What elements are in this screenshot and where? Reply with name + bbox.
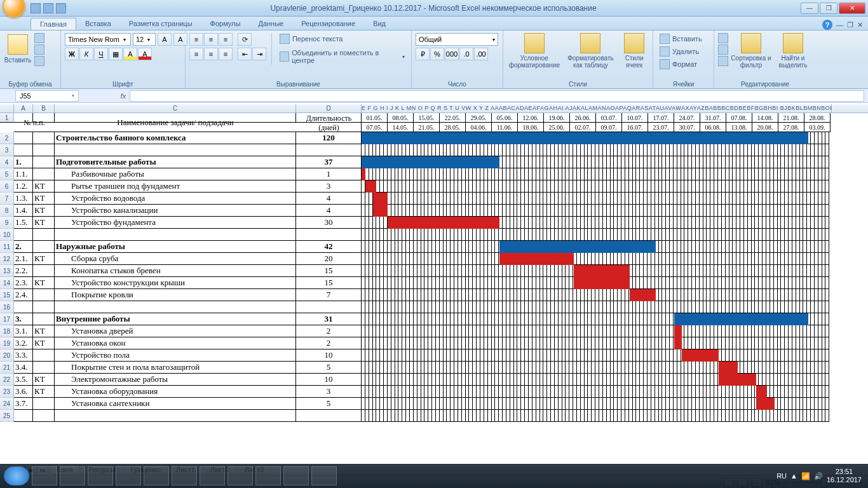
delete-cells-button[interactable]: Удалить: [657, 46, 705, 57]
taskbar-ie-icon[interactable]: [32, 466, 57, 485]
conditional-formatting-button[interactable]: Условное форматирование: [507, 33, 562, 69]
tray-volume-icon[interactable]: 🔊: [814, 472, 823, 480]
worksheet[interactable]: A B C D E F G H I J K L MN O P Q R S T U…: [0, 104, 868, 464]
cell[interactable]: Электромонтажные работы: [55, 374, 296, 386]
cell[interactable]: [33, 313, 55, 325]
grow-font-icon[interactable]: A: [158, 33, 172, 46]
cell[interactable]: КТ: [33, 277, 55, 289]
orientation-icon[interactable]: ⟳: [238, 33, 252, 46]
comma-icon[interactable]: 000: [445, 48, 459, 60]
align-left-icon[interactable]: ≡: [189, 48, 203, 60]
cell[interactable]: 2.1.: [14, 253, 33, 265]
row-header[interactable]: 19: [0, 337, 14, 349]
ribbon-restore-icon[interactable]: ❐: [847, 21, 853, 29]
cell[interactable]: 1.4.: [14, 205, 33, 217]
cell[interactable]: [33, 362, 55, 374]
taskbar-app2-icon[interactable]: [227, 466, 253, 485]
format-cells-button[interactable]: Формат: [657, 58, 705, 70]
ribbon-tab-3[interactable]: Формулы: [201, 18, 250, 30]
cell[interactable]: [33, 156, 55, 168]
cell[interactable]: Сборка сруба: [55, 253, 296, 265]
paste-button[interactable]: Вставить: [4, 33, 32, 65]
align-mid-icon[interactable]: ≡: [204, 33, 218, 46]
cell[interactable]: 120: [296, 132, 362, 144]
cell[interactable]: [33, 265, 55, 277]
taskbar-utorrent-icon[interactable]: [116, 466, 141, 485]
align-center-icon[interactable]: ≡: [204, 48, 218, 60]
taskbar-app1-icon[interactable]: [200, 466, 225, 485]
col-header-A[interactable]: A: [14, 104, 33, 112]
cell[interactable]: 7: [296, 289, 362, 301]
clear-icon[interactable]: [718, 56, 728, 66]
cell[interactable]: 2: [296, 337, 362, 349]
cell[interactable]: [33, 398, 55, 410]
cell[interactable]: Внутренние работы: [55, 313, 296, 325]
row-header[interactable]: 18: [0, 325, 14, 337]
cell[interactable]: 2.4.: [14, 289, 33, 301]
cell[interactable]: [33, 132, 55, 144]
cell[interactable]: Строительство банного комплекса: [55, 132, 296, 144]
row-header[interactable]: 14: [0, 277, 14, 289]
row-header-1[interactable]: 1: [0, 113, 14, 123]
sort-filter-button[interactable]: Сортировка и фильтр: [731, 33, 771, 69]
inc-decimal-icon[interactable]: .0: [459, 48, 473, 60]
cell[interactable]: 3.6.: [14, 386, 33, 398]
cell[interactable]: [296, 410, 362, 422]
align-bot-icon[interactable]: ≡: [219, 33, 233, 46]
cell[interactable]: 30: [296, 217, 362, 229]
cell[interactable]: 2.3.: [14, 277, 33, 289]
cell[interactable]: 3: [296, 180, 362, 193]
cell[interactable]: [14, 144, 33, 156]
cell[interactable]: Устройство конструкции крыши: [55, 277, 296, 289]
maximize-button[interactable]: ❐: [820, 3, 837, 14]
cell[interactable]: 3.1.: [14, 325, 33, 337]
cell[interactable]: Установка оборудования: [55, 386, 296, 398]
cell[interactable]: 2: [296, 325, 362, 337]
font-size-combo[interactable]: 12▾: [133, 33, 156, 46]
cell[interactable]: 3: [296, 386, 362, 398]
cell[interactable]: Рытье траншеи под фундамент: [55, 180, 296, 193]
cell[interactable]: [296, 144, 362, 156]
cell[interactable]: КТ: [33, 325, 55, 337]
row-header[interactable]: 24: [0, 398, 14, 410]
border-button[interactable]: ▦: [109, 48, 123, 60]
col-header-C[interactable]: C: [55, 104, 296, 112]
office-button[interactable]: [3, 0, 25, 18]
minimize-button[interactable]: —: [801, 3, 818, 14]
cell[interactable]: 3.2.: [14, 337, 33, 349]
insert-cells-button[interactable]: Вставить: [657, 33, 705, 44]
name-box[interactable]: J55▾: [15, 90, 79, 102]
cell[interactable]: 10: [296, 374, 362, 386]
cell[interactable]: 1.3.: [14, 193, 33, 205]
ribbon-tab-6[interactable]: Вид: [364, 18, 395, 30]
cell[interactable]: [33, 168, 55, 180]
tray-clock[interactable]: 23:51 16.12.2017: [827, 468, 862, 484]
row-header[interactable]: 17: [0, 313, 14, 325]
percent-icon[interactable]: %: [430, 48, 444, 60]
row-header[interactable]: 20: [0, 349, 14, 362]
cut-icon[interactable]: [34, 33, 44, 43]
cell[interactable]: Установка дверей: [55, 325, 296, 337]
indent-inc-icon[interactable]: ⇥: [252, 48, 266, 60]
align-top-icon[interactable]: ≡: [189, 33, 203, 46]
cell[interactable]: Устройство пола: [55, 349, 296, 362]
formula-input[interactable]: [130, 90, 864, 102]
cell[interactable]: [296, 301, 362, 313]
cell[interactable]: [55, 301, 296, 313]
cell[interactable]: [14, 410, 33, 422]
cell[interactable]: 2.2.: [14, 265, 33, 277]
cell[interactable]: 5: [296, 362, 362, 374]
taskbar-calc-icon[interactable]: [311, 466, 337, 485]
grid-body[interactable]: 2Строительство банного комплекса120341.П…: [0, 132, 868, 455]
cell[interactable]: 1.: [14, 156, 33, 168]
taskbar-explorer-icon[interactable]: [88, 466, 113, 485]
format-painter-icon[interactable]: [34, 56, 44, 66]
row-header[interactable]: 15: [0, 289, 14, 301]
taskbar-word-icon[interactable]: [172, 466, 197, 485]
row-header[interactable]: 11: [0, 241, 14, 253]
copy-icon[interactable]: [34, 44, 44, 55]
tray-flag-icon[interactable]: ▲: [790, 472, 797, 480]
ribbon-tab-1[interactable]: Вставка: [76, 18, 120, 30]
row-header[interactable]: 4: [0, 156, 14, 168]
cell[interactable]: 1: [296, 168, 362, 180]
